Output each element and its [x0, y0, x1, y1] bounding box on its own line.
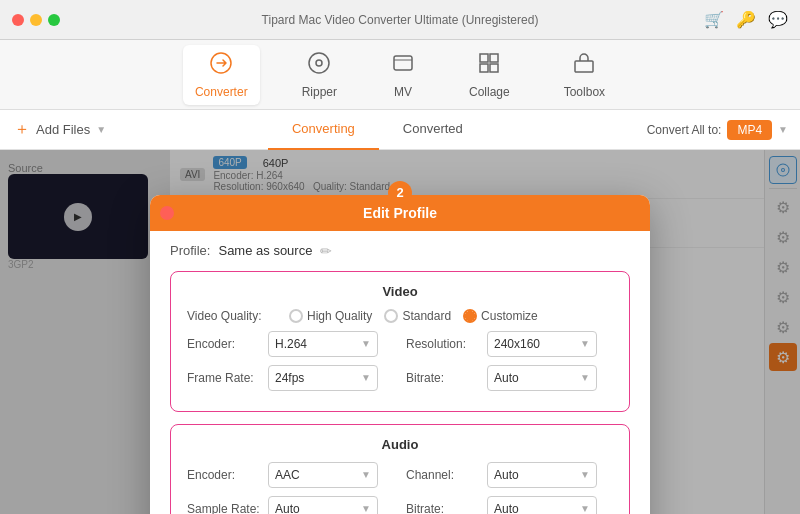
- tab-converting[interactable]: Converting: [268, 110, 379, 150]
- nav-collage-label: Collage: [469, 85, 510, 99]
- nav-converter-label: Converter: [195, 85, 248, 99]
- svg-rect-6: [480, 64, 488, 72]
- mv-icon: [391, 51, 415, 81]
- framerate-arrow: ▼: [361, 372, 371, 383]
- nav-collage[interactable]: Collage: [457, 45, 522, 105]
- nav-converter[interactable]: Converter: [183, 45, 260, 105]
- video-bitrate-select[interactable]: Auto ▼: [487, 365, 597, 391]
- toolbar-tabs: Converting Converted: [120, 110, 635, 150]
- audio-bitrate-arrow: ▼: [580, 503, 590, 514]
- framerate-select[interactable]: 24fps ▼: [268, 365, 378, 391]
- resolution-arrow: ▼: [580, 338, 590, 349]
- radio-high-circle: [289, 309, 303, 323]
- framerate-field: Frame Rate: 24fps ▼: [187, 365, 394, 391]
- modal-close-button[interactable]: ✕: [160, 206, 174, 220]
- profile-row: Profile: Same as source ✏: [170, 243, 630, 259]
- audio-section-title: Audio: [187, 437, 613, 452]
- radio-customize-circle: [463, 309, 477, 323]
- convert-all-label: Convert All to:: [647, 123, 722, 137]
- video-quality-options: High Quality Standard Customize: [289, 309, 538, 323]
- video-quality-row: Video Quality: High Quality Standard: [187, 309, 613, 323]
- sample-rate-label: Sample Rate:: [187, 502, 262, 515]
- audio-bitrate-value: Auto: [494, 502, 519, 515]
- add-files-button[interactable]: ＋ Add Files ▼: [0, 110, 120, 149]
- radio-standard-circle: [384, 309, 398, 323]
- sample-rate-value: Auto: [275, 502, 300, 515]
- audio-encoder-arrow: ▼: [361, 469, 371, 480]
- quality-standard[interactable]: Standard: [384, 309, 451, 323]
- close-dot[interactable]: [12, 14, 24, 26]
- samplerate-abitrate-row: Sample Rate: Auto ▼ Bitrate: Auto ▼: [187, 496, 613, 515]
- video-bitrate-label: Bitrate:: [406, 371, 481, 385]
- nav-mv[interactable]: MV: [379, 45, 427, 105]
- audio-encoder-channel-row: Encoder: AAC ▼ Channel: Auto ▼: [187, 462, 613, 488]
- audio-encoder-label: Encoder:: [187, 468, 262, 482]
- channel-select[interactable]: Auto ▼: [487, 462, 597, 488]
- sample-rate-field: Sample Rate: Auto ▼: [187, 496, 394, 515]
- radio-high-label: High Quality: [307, 309, 372, 323]
- nav-mv-label: MV: [394, 85, 412, 99]
- svg-point-2: [316, 60, 322, 66]
- audio-encoder-select[interactable]: AAC ▼: [268, 462, 378, 488]
- convert-all-format[interactable]: MP4: [727, 120, 772, 140]
- video-bitrate-field: Bitrate: Auto ▼: [406, 365, 613, 391]
- modal-step-number: 2: [388, 181, 412, 205]
- cart-icon[interactable]: 🛒: [704, 10, 724, 29]
- quality-customize[interactable]: Customize: [463, 309, 538, 323]
- video-section-title: Video: [187, 284, 613, 299]
- nav-ripper[interactable]: Ripper: [290, 45, 349, 105]
- edit-profile-modal: 2 ✕ Edit Profile Profile: Same as source…: [150, 195, 650, 515]
- titlebar-actions: 🛒 🔑 💬: [704, 10, 788, 29]
- dropdown-arrow-icon: ▼: [96, 124, 106, 135]
- edit-icon[interactable]: ✏: [320, 243, 332, 259]
- resolution-label: Resolution:: [406, 337, 481, 351]
- framerate-bitrate-row: Frame Rate: 24fps ▼ Bitrate: Auto ▼: [187, 365, 613, 391]
- add-files-label: Add Files: [36, 122, 90, 137]
- framerate-value: 24fps: [275, 371, 304, 385]
- sample-rate-select[interactable]: Auto ▼: [268, 496, 378, 515]
- modal-overlay: 2 ✕ Edit Profile Profile: Same as source…: [0, 150, 800, 514]
- channel-arrow: ▼: [580, 469, 590, 480]
- window-controls: [12, 14, 60, 26]
- tab-converted[interactable]: Converted: [379, 110, 487, 150]
- nav-toolbox[interactable]: Toolbox: [552, 45, 617, 105]
- encoder-field: Encoder: H.264 ▼: [187, 331, 394, 357]
- convert-all-dropdown-icon[interactable]: ▼: [778, 124, 788, 135]
- resolution-field: Resolution: 240x160 ▼: [406, 331, 613, 357]
- message-icon[interactable]: 💬: [768, 10, 788, 29]
- maximize-dot[interactable]: [48, 14, 60, 26]
- radio-customize-label: Customize: [481, 309, 538, 323]
- convert-all-section: Convert All to: MP4 ▼: [635, 120, 800, 140]
- key-icon[interactable]: 🔑: [736, 10, 756, 29]
- encoder-select[interactable]: H.264 ▼: [268, 331, 378, 357]
- svg-rect-4: [480, 54, 488, 62]
- encoder-resolution-row: Encoder: H.264 ▼ Resolution: 240x160 ▼: [187, 331, 613, 357]
- collage-icon: [477, 51, 501, 81]
- svg-rect-5: [490, 54, 498, 62]
- video-quality-label: Video Quality:: [187, 309, 277, 323]
- plus-icon: ＋: [14, 119, 30, 140]
- toolbox-icon: [572, 51, 596, 81]
- quality-high[interactable]: High Quality: [289, 309, 372, 323]
- audio-bitrate-select[interactable]: Auto ▼: [487, 496, 597, 515]
- converter-icon: [209, 51, 233, 81]
- svg-rect-8: [575, 61, 593, 72]
- audio-encoder-value: AAC: [275, 468, 300, 482]
- audio-encoder-field: Encoder: AAC ▼: [187, 462, 394, 488]
- svg-rect-7: [490, 64, 498, 72]
- resolution-select[interactable]: 240x160 ▼: [487, 331, 597, 357]
- channel-value: Auto: [494, 468, 519, 482]
- resolution-value: 240x160: [494, 337, 540, 351]
- modal-body: Profile: Same as source ✏ Video Video Qu…: [150, 231, 650, 515]
- app-title: Tipard Mac Video Converter Ultimate (Unr…: [262, 13, 539, 27]
- audio-bitrate-label: Bitrate:: [406, 502, 481, 515]
- modal-title: Edit Profile: [363, 205, 437, 221]
- audio-bitrate-field: Bitrate: Auto ▼: [406, 496, 613, 515]
- channel-field: Channel: Auto ▼: [406, 462, 613, 488]
- nav-toolbox-label: Toolbox: [564, 85, 605, 99]
- audio-section: Audio Encoder: AAC ▼ Channel:: [170, 424, 630, 515]
- video-bitrate-arrow: ▼: [580, 372, 590, 383]
- radio-standard-label: Standard: [402, 309, 451, 323]
- titlebar: Tipard Mac Video Converter Ultimate (Unr…: [0, 0, 800, 40]
- minimize-dot[interactable]: [30, 14, 42, 26]
